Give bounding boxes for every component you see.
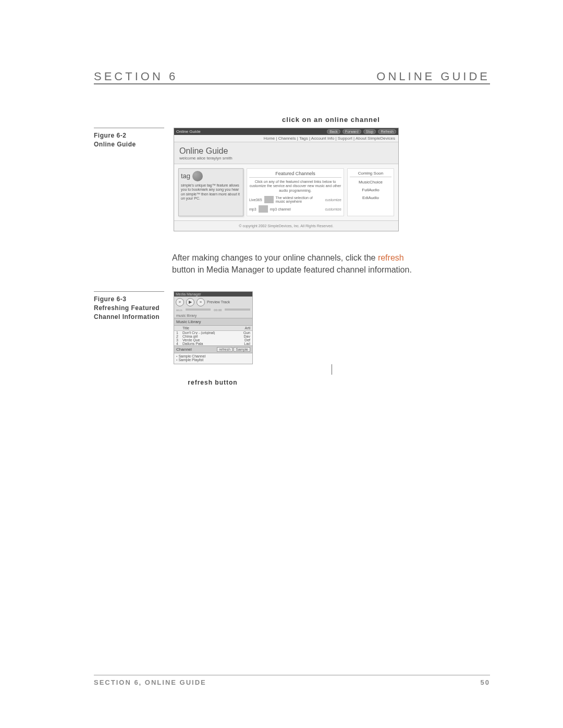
- customize-link[interactable]: customize: [325, 198, 341, 202]
- table-row[interactable]: 3 Verde Que Def: [174, 338, 252, 342]
- featured-channels-header: Featured Channels: [249, 171, 341, 178]
- table-row[interactable]: 2 China girl Dav: [174, 335, 252, 338]
- featured-channels-blurb: Click on any of the featured channel lin…: [249, 180, 341, 193]
- window-buttons: Back Forward Stop Refresh: [326, 129, 396, 134]
- footer-page-number: 50: [481, 678, 490, 686]
- tag-heading: tag: [181, 171, 241, 181]
- brand-logo: EdiAudio: [350, 196, 391, 201]
- titlebar-button[interactable]: Refresh: [378, 129, 396, 134]
- col-num: [176, 326, 182, 330]
- figure-6-2-label: Figure 6-2 Online Guide: [94, 128, 164, 149]
- time-right: 00:00: [214, 309, 222, 312]
- figure-6-2-screenshot: Online Guide Back Forward Stop Refresh H…: [174, 128, 490, 231]
- row-title: Verde Que: [182, 338, 239, 342]
- figure-6-3-screenshot: Media Manager « ▶ » Preview Track nn:n 0…: [174, 291, 490, 386]
- tag-promo-box: tag simple's unique tag™ feature allows …: [178, 168, 243, 216]
- tag-icon: [192, 171, 203, 181]
- figure-number: Figure 6-3: [94, 295, 164, 304]
- channel-name: mp3: [249, 207, 256, 211]
- preview-track-label: Preview Track: [207, 300, 230, 304]
- channel-desc: mp3 channel: [270, 207, 323, 211]
- volume-slider[interactable]: [225, 309, 250, 311]
- channel-desc: The widest selection of music anywhere: [276, 196, 323, 203]
- row-num: 4: [176, 342, 182, 346]
- figure-caption-bottom: refresh button: [174, 379, 252, 386]
- figure-number: Figure 6-2: [94, 131, 164, 140]
- copyright-line: © copyright 2002 SimpleDevices, Inc. All…: [174, 220, 398, 231]
- row-title: Don't Cry - (original): [182, 331, 239, 335]
- titlebar-button[interactable]: Stop: [363, 129, 376, 134]
- tag-word: tag: [181, 172, 190, 180]
- coming-soon-header: Coming Soon: [350, 171, 391, 177]
- channel-thumbnail-icon: [259, 205, 268, 213]
- content-columns: tag simple's unique tag™ feature allows …: [174, 164, 398, 220]
- channel-header-label: Channel: [176, 347, 192, 352]
- tag-blurb: simple's unique tag™ feature allows you …: [181, 183, 241, 201]
- channel-thumbnail-icon: [264, 196, 274, 203]
- playback-controls: « ▶ » Preview Track: [174, 297, 252, 308]
- sample-button[interactable]: Sample: [234, 347, 250, 352]
- header-rule: SECTION 6 ONLINE GUIDE: [94, 83, 490, 84]
- media-manager-window: Media Manager « ▶ » Preview Track nn:n 0…: [174, 291, 253, 364]
- refresh-button[interactable]: refresh: [217, 347, 232, 352]
- play-button[interactable]: ▶: [186, 298, 194, 306]
- nav-links[interactable]: Home | Channels | Tags | Account Info | …: [174, 135, 398, 142]
- figure-title: Refreshing Featured Channel Information: [94, 304, 164, 322]
- channel-row[interactable]: mp3 mp3 channel customize: [249, 204, 341, 214]
- table-row[interactable]: 4 Dallons Pala Lad: [174, 342, 252, 346]
- para-text-pre: After making changes to your online chan…: [172, 253, 378, 262]
- figure-caption-top: click on an online channel: [172, 116, 490, 124]
- row-num: 3: [176, 338, 182, 342]
- prev-track-button[interactable]: «: [176, 298, 184, 306]
- time-left: nn:n: [176, 309, 182, 312]
- document-page: SECTION 6 ONLINE GUIDE click on an onlin…: [0, 0, 563, 728]
- refresh-word: refresh: [378, 253, 404, 262]
- col-title: Title: [182, 326, 239, 330]
- library-tab[interactable]: music library: [174, 313, 252, 318]
- page-title: Online Guide: [174, 142, 398, 156]
- row-num: 2: [176, 335, 182, 338]
- row-artist: Gun: [239, 331, 250, 335]
- section-title: ONLINE GUIDE: [376, 70, 490, 83]
- figure-title: Online Guide: [94, 140, 164, 149]
- brand-logo: MusicChoice: [350, 180, 391, 185]
- welcome-line: welcome alice teraylyn smith: [174, 156, 398, 164]
- window-titlebar: Online Guide Back Forward Stop Refresh: [174, 128, 398, 135]
- channel-list: Sample Channel Sample Playlist: [174, 353, 252, 364]
- channel-row[interactable]: Live365 The widest selection of music an…: [249, 195, 341, 204]
- figure-6-3-row: Figure 6-3 Refreshing Featured Channel I…: [94, 291, 490, 386]
- figure-6-2-row: Figure 6-2 Online Guide Online Guide Bac…: [94, 128, 490, 231]
- list-item[interactable]: Sample Playlist: [176, 358, 250, 362]
- row-artist: Dav: [239, 335, 250, 338]
- mm-titlebar: Media Manager: [174, 292, 252, 297]
- window-title-text: Online Guide: [176, 129, 201, 134]
- progress-sliders: nn:n 00:00: [174, 308, 252, 313]
- online-guide-window: Online Guide Back Forward Stop Refresh H…: [174, 128, 399, 231]
- music-library-header: Music Library: [174, 318, 252, 326]
- footer-section: SECTION 6, ONLINE GUIDE: [94, 678, 206, 686]
- customize-link[interactable]: customize: [325, 207, 341, 211]
- brand-logo: FullAudio: [350, 188, 391, 193]
- callout-pointer-line: [332, 364, 332, 375]
- next-track-button[interactable]: »: [197, 298, 205, 306]
- featured-channels-panel: Featured Channels Click on any of the fe…: [247, 168, 344, 216]
- channel-header: Channel refresh Sample: [174, 346, 252, 353]
- row-artist: Lad: [239, 342, 250, 346]
- list-item[interactable]: Sample Channel: [176, 354, 250, 358]
- table-row[interactable]: 1 Don't Cry - (original) Gun: [174, 331, 252, 335]
- col-artist: Arti: [239, 326, 250, 330]
- row-num: 1: [176, 331, 182, 335]
- para-text-post: button in Media Manager to update featur…: [172, 265, 412, 274]
- titlebar-button[interactable]: Back: [327, 129, 340, 134]
- titlebar-button[interactable]: Forward: [342, 129, 361, 134]
- page-footer: SECTION 6, ONLINE GUIDE 50: [94, 675, 490, 686]
- figure-6-3-label: Figure 6-3 Refreshing Featured Channel I…: [94, 291, 164, 321]
- row-title: Dallons Pala: [182, 342, 239, 346]
- section-number: SECTION 6: [94, 70, 178, 83]
- body-paragraph: After making changes to your online chan…: [172, 252, 412, 276]
- channel-name: Live365: [249, 198, 262, 202]
- row-artist: Def: [239, 338, 250, 342]
- seek-slider[interactable]: [186, 309, 211, 311]
- table-header: Title Arti: [174, 326, 252, 331]
- row-title: China girl: [182, 335, 239, 338]
